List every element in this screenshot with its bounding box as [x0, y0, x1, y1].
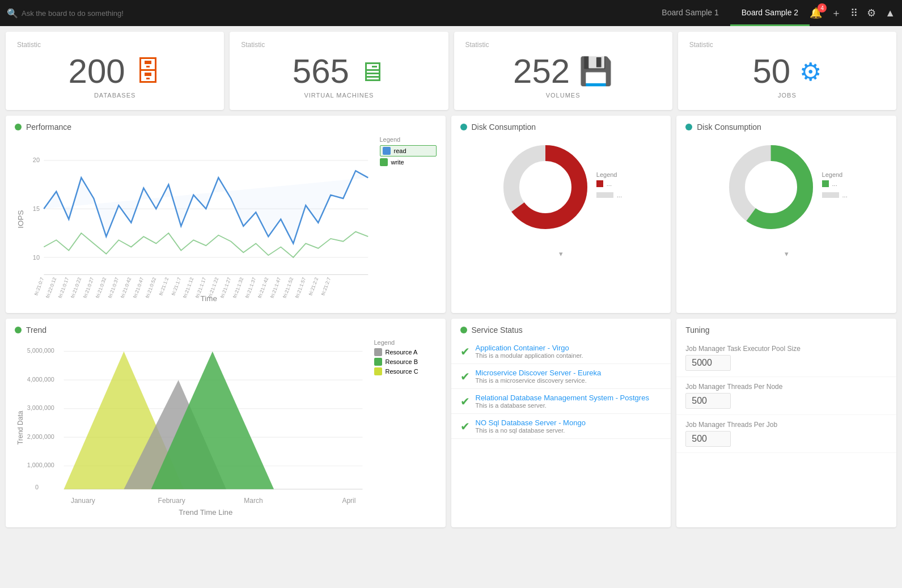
svg-text:fri:21:1:42: fri:21:1:42	[257, 277, 269, 299]
service-status-header: Service Status	[451, 319, 671, 339]
svc-desc-3: This is a no sql database server.	[476, 427, 586, 434]
performance-svg: IOPS 20 15 10	[15, 136, 375, 302]
legend-item-resource-b: Resource B	[374, 358, 437, 366]
donut-1-legend-item-red: ...	[596, 180, 622, 187]
svc-item-1: ✔ Microservice Discover Server - Eureka …	[451, 364, 671, 389]
tuning-item-1: Job Manager Threads Per Node 500	[676, 377, 896, 415]
svc-check-0: ✔	[460, 345, 470, 358]
legend-item-resource-a: Resource A	[374, 348, 437, 356]
stat-body-vms: 565 🖥	[241, 54, 437, 88]
svg-text:fri:21:2:2: fri:21:2:2	[307, 277, 319, 297]
disk-consumption-1-body: Legend ... ...	[451, 136, 671, 247]
disk-consumption-1-title: Disk Consumption	[472, 122, 536, 132]
svg-text:20: 20	[33, 156, 40, 163]
svg-text:1,000,000: 1,000,000	[27, 462, 54, 468]
donut-1-label-gray: ...	[617, 192, 622, 198]
legend-label-resource-b: Resource B	[386, 358, 418, 365]
trend-legend: Legend Resource A Resource B Resource C	[374, 339, 437, 518]
svc-dot	[460, 327, 467, 333]
gray-line-1	[596, 192, 613, 198]
svg-text:IOPS: IOPS	[16, 210, 25, 229]
legend-label-resource-c: Resource C	[386, 368, 418, 375]
svc-name-0[interactable]: Application Container - Virgo	[476, 344, 583, 352]
svg-text:fri:21:1:47: fri:21:1:47	[269, 277, 282, 299]
read-color	[383, 147, 391, 155]
legend-label-read: read	[394, 147, 406, 154]
donut-1-legend: Legend ... ...	[596, 171, 622, 203]
stat-label-vms: Statistic	[241, 41, 437, 49]
svg-text:fri:21:0:22: fri:21:0:22	[70, 277, 82, 299]
red-sq	[596, 180, 603, 187]
chevron-up-button[interactable]: ▲	[885, 7, 895, 19]
svc-name-1[interactable]: Microservice Discover Server - Eureka	[476, 369, 602, 377]
svc-name-2[interactable]: Relational Database Management System - …	[476, 394, 649, 402]
svc-desc-1: This is a microservice discovery service…	[476, 377, 602, 384]
donut-2-legend-item-gray: ...	[822, 192, 848, 198]
disk1-dot	[460, 124, 467, 130]
settings-button[interactable]: ⚙	[867, 7, 876, 19]
svc-text-1: Microservice Discover Server - Eureka Th…	[476, 369, 602, 384]
tab-board-sample-1[interactable]: Board Sample 1	[650, 0, 730, 26]
stat-label-databases: Statistic	[17, 41, 213, 49]
svg-text:fri:21:1:27: fri:21:1:27	[219, 277, 232, 299]
svg-text:3,000,000: 3,000,000	[27, 404, 54, 411]
service-status-widget: Service Status ✔ Application Container -…	[451, 319, 671, 527]
performance-chart-area: IOPS 20 15 10	[15, 136, 375, 304]
trend-chart-wrap: Trend Data 5,000,000 4,000,000 3,000,000…	[15, 339, 437, 518]
legend-item-write[interactable]: write	[380, 158, 437, 166]
tuning-header: Tuning	[676, 319, 896, 339]
svg-text:Trend Time Line: Trend Time Line	[179, 509, 232, 517]
add-button[interactable]: ＋	[831, 6, 841, 20]
performance-widget: Performance IOPS 20 15 10	[6, 116, 446, 313]
svg-text:fri:21:0:27: fri:21:0:27	[82, 277, 95, 299]
svg-text:fri:21:1:52: fri:21:1:52	[282, 277, 294, 299]
disk-consumption-1-widget: Disk Consumption Legend ...	[451, 116, 671, 313]
service-status-title: Service Status	[472, 325, 523, 335]
stat-body-jobs: 50 ⚙	[689, 54, 885, 88]
svc-item-3: ✔ NO Sql Database Server - Mongo This is…	[451, 414, 671, 439]
disk1-chevron-down[interactable]: ▾	[451, 247, 671, 260]
donut-2-legend: Legend ... ...	[822, 171, 848, 203]
svg-text:fri:21:0:7: fri:21:0:7	[33, 277, 45, 297]
svg-text:fri:22:0:12: fri:22:0:12	[45, 277, 57, 299]
svg-text:Trend Data: Trend Data	[16, 411, 24, 445]
disk2-chevron-down[interactable]: ▾	[676, 247, 896, 260]
trend-dot	[15, 327, 22, 333]
trend-body: Trend Data 5,000,000 4,000,000 3,000,000…	[6, 339, 446, 527]
tab-board-sample-2[interactable]: Board Sample 2	[730, 0, 810, 26]
performance-chart-wrap: IOPS 20 15 10	[15, 136, 437, 304]
stat-body-volumes: 252 💾	[465, 54, 661, 88]
performance-header: Performance	[6, 116, 446, 136]
svg-text:fri:21:0:47: fri:21:0:47	[132, 277, 145, 299]
stat-sub-vms: VIRTUAL MACHINES	[241, 92, 437, 99]
notification-button[interactable]: 🔔 4	[810, 7, 822, 19]
databases-icon: 🗄	[134, 56, 162, 87]
search-icon: 🔍	[7, 8, 18, 19]
svg-text:fri:21:1:57: fri:21:1:57	[294, 277, 307, 299]
disk2-dot	[685, 124, 692, 130]
grid-button[interactable]: ⠿	[850, 7, 858, 19]
disk-consumption-1-header: Disk Consumption	[451, 116, 671, 136]
tuning-val-2: 500	[685, 431, 731, 447]
tuning-widget: Tuning Job Manager Task Executor Pool Si…	[676, 319, 896, 527]
search-area: 🔍	[7, 8, 650, 19]
legend-item-read[interactable]: read	[380, 145, 437, 156]
nav-icon-group: 🔔 4 ＋ ⠿ ⚙ ▲	[810, 6, 895, 20]
stat-num-databases: 200	[69, 54, 125, 88]
search-input[interactable]	[22, 9, 146, 18]
disk-consumption-2-body: Legend ... ...	[676, 136, 896, 247]
legend-item-resource-c: Resource C	[374, 367, 437, 375]
svc-check-1: ✔	[460, 370, 470, 383]
svg-text:fri:21:0:52: fri:21:0:52	[145, 277, 157, 299]
donut-1-legend-title: Legend	[596, 171, 622, 178]
donut-1-wrap: Legend ... ...	[460, 136, 662, 238]
disk-consumption-2-widget: Disk Consumption Legend ...	[676, 116, 896, 313]
svg-text:0: 0	[35, 484, 39, 490]
jobs-icon: ⚙	[799, 57, 821, 86]
tuning-lbl-0: Job Manager Task Executor Pool Size	[685, 345, 887, 353]
svg-text:2,000,000: 2,000,000	[27, 433, 54, 440]
svc-name-3[interactable]: NO Sql Database Server - Mongo	[476, 418, 586, 427]
tuning-val-0: 5000	[685, 355, 731, 371]
svc-item-2: ✔ Relational Database Management System …	[451, 389, 671, 414]
svg-text:fri:21:0:17: fri:21:0:17	[57, 277, 70, 299]
